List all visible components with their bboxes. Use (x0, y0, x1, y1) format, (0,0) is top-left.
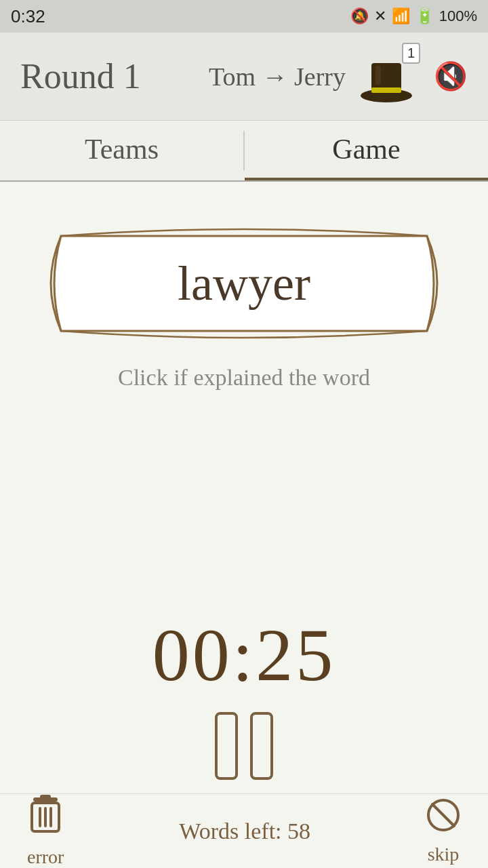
word-display: lawyer (178, 256, 310, 312)
error-label: error (27, 846, 64, 868)
signal-icon: 📶 (392, 7, 410, 25)
error-button[interactable]: error (27, 795, 64, 868)
skip-label: skip (428, 844, 460, 865)
svg-rect-2 (371, 87, 401, 93)
words-left: Words left: 58 (179, 818, 310, 844)
pause-bar-left (215, 712, 238, 780)
bottom-bar: error Words left: 58 skip (0, 793, 488, 868)
svg-rect-5 (40, 795, 51, 800)
mute-icon[interactable]: 🔇 (434, 60, 468, 92)
tab-teams[interactable]: Teams (0, 121, 243, 180)
pause-button[interactable] (215, 712, 273, 780)
pause-bar-right (250, 712, 273, 780)
players-label: Tom → Jerry (209, 62, 346, 92)
status-bar: 0:32 🔕 ✕ 📶 🔋 100% (0, 0, 488, 33)
timer-area: 00:25 (0, 409, 488, 793)
round-label: Round 1 (20, 56, 141, 96)
word-area: lawyer Click if explained the word (0, 182, 488, 404)
skip-icon (426, 797, 461, 841)
timer-display: 00:25 (152, 612, 336, 698)
word-card[interactable]: lawyer (41, 216, 447, 351)
round-badge: 1 (402, 43, 420, 64)
tab-game[interactable]: Game (245, 121, 488, 180)
status-time: 0:32 (11, 6, 45, 27)
close-icon: ✕ (374, 7, 386, 25)
header-right: Tom → Jerry 1 🔇 (209, 43, 468, 111)
svg-line-11 (432, 804, 454, 826)
skip-button[interactable]: skip (426, 797, 461, 865)
trash-icon (28, 795, 63, 844)
battery-percent: 100% (439, 7, 477, 25)
svg-rect-3 (375, 66, 381, 85)
notification-mute-icon: 🔕 (350, 7, 369, 25)
status-icons: 🔕 ✕ 📶 🔋 100% (350, 7, 477, 25)
main-content: lawyer Click if explained the word 00:25 (0, 182, 488, 793)
tabs: Teams Game (0, 121, 488, 182)
battery-icon: 🔋 (415, 7, 434, 25)
hat-container: 1 (359, 43, 420, 111)
hint-text: Click if explained the word (118, 365, 370, 391)
header: Round 1 Tom → Jerry 1 🔇 (0, 33, 488, 121)
